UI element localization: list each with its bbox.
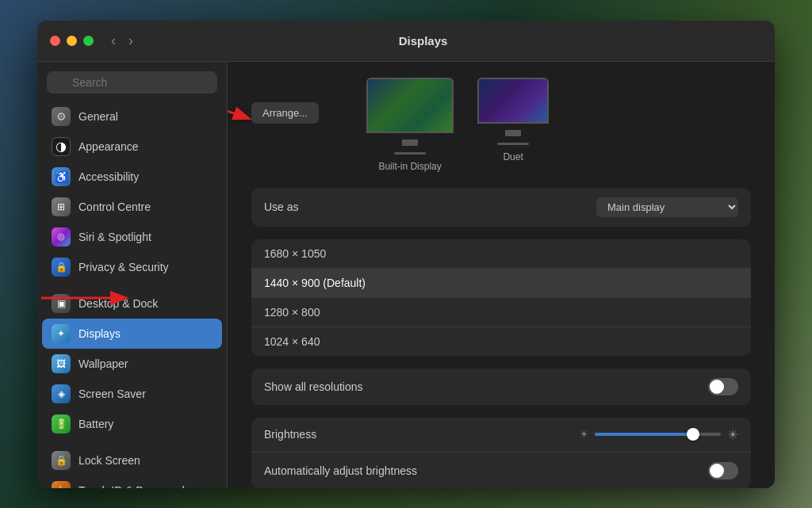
desktop-icon: ▣ (52, 294, 71, 313)
builtin-display: Built-in Display (366, 78, 454, 172)
brightness-label: Brightness (264, 428, 570, 441)
sidebar-label-accessibility: Accessibility (79, 170, 139, 183)
displays-icon: ✦ (52, 324, 71, 343)
brightness-low-icon: ☀ (580, 429, 588, 440)
show-all-label: Show all resolutions (264, 380, 708, 393)
resolution-1680[interactable]: 1680 × 1050 (251, 239, 751, 269)
brightness-high-icon: ☀ (727, 427, 738, 442)
sidebar-item-touchid[interactable]: 👆 Touch ID & Password (42, 476, 222, 488)
screensaver-icon: ◈ (52, 384, 71, 403)
duet-wallpaper (479, 79, 547, 122)
resolution-1280[interactable]: 1280 × 800 (251, 298, 751, 327)
traffic-lights (50, 36, 94, 46)
sidebar-label-screensaver: Screen Saver (79, 388, 146, 400)
search-wrapper: 🔍 (47, 71, 217, 94)
resolution-1024[interactable]: 1024 × 640 (251, 327, 751, 356)
duet-base (497, 143, 529, 145)
use-as-row: Use as Main display Mirror for built-in … (251, 188, 751, 227)
sidebar-item-displays[interactable]: ✦ Displays (42, 319, 222, 349)
sidebar-item-desktop[interactable]: ▣ Desktop & Dock (42, 288, 222, 319)
sidebar-label-wallpaper: Wallpaper (79, 357, 128, 370)
builtin-label: Built-in Display (378, 161, 441, 172)
resolution-list: 1680 × 1050 1440 × 900 (Default) 1280 × … (251, 239, 751, 356)
forward-button[interactable]: › (124, 31, 138, 51)
control-centre-icon: ⊞ (52, 197, 71, 216)
show-all-section: Show all resolutions (251, 369, 751, 405)
sidebar-item-control-centre[interactable]: ⊞ Control Centre (42, 192, 222, 222)
privacy-icon: 🔒 (52, 258, 71, 277)
duet-stand (505, 130, 521, 136)
use-as-label: Use as (264, 201, 596, 213)
lockscreen-icon: 🔒 (52, 451, 71, 470)
duet-display: Duet (477, 78, 549, 172)
maximize-button[interactable] (83, 36, 94, 46)
sidebar: 🔍 ⚙ General ◑ Appearance ♿ Accessibility… (37, 62, 228, 488)
brightness-slider-container: ☀ ☀ (580, 427, 738, 442)
arrange-button[interactable]: Arrange... (251, 102, 319, 124)
content-area: 🔍 ⚙ General ◑ Appearance ♿ Accessibility… (37, 62, 775, 488)
general-icon: ⚙ (52, 107, 71, 126)
system-preferences-window: ‹ › Displays 🔍 ⚙ General ◑ Appearance (37, 21, 775, 488)
resolution-1440[interactable]: 1440 × 900 (Default) (251, 269, 751, 298)
auto-brightness-row: Automatically adjust brightness (251, 453, 751, 488)
nav-buttons: ‹ › (106, 31, 138, 51)
sidebar-label-desktop: Desktop & Dock (79, 297, 158, 310)
show-all-toggle[interactable] (708, 378, 738, 395)
displays-top-area: Arrange... (251, 78, 751, 172)
use-as-section: Use as Main display Mirror for built-in … (251, 188, 751, 227)
sidebar-label-touchid: Touch ID & Password (79, 484, 185, 488)
accessibility-icon: ♿ (52, 167, 71, 186)
builtin-stand (402, 139, 418, 146)
sidebar-label-appearance: Appearance (79, 140, 139, 153)
close-button[interactable] (50, 36, 60, 46)
sidebar-label-control: Control Centre (79, 201, 151, 213)
search-input[interactable] (47, 71, 217, 94)
brightness-slider-knob[interactable] (687, 428, 699, 441)
touchid-icon: 👆 (52, 481, 71, 488)
sidebar-item-battery[interactable]: 🔋 Battery (42, 409, 222, 439)
sidebar-item-lockscreen[interactable]: 🔒 Lock Screen (42, 445, 222, 476)
back-button[interactable]: ‹ (106, 31, 121, 51)
duet-screen (477, 78, 549, 124)
sidebar-item-wallpaper[interactable]: 🖼 Wallpaper (42, 349, 222, 379)
use-as-select[interactable]: Main display Mirror for built-in display (596, 197, 738, 217)
brightness-slider-track[interactable] (595, 433, 721, 436)
sidebar-label-battery: Battery (79, 418, 113, 430)
sidebar-item-siri[interactable]: ◎ Siri & Spotlight (42, 222, 222, 252)
sidebar-label-lockscreen: Lock Screen (79, 454, 140, 467)
brightness-row: Brightness ☀ ☀ (251, 418, 751, 453)
main-content: Arrange... (228, 62, 775, 488)
builtin-screen (366, 78, 454, 133)
auto-brightness-toggle[interactable] (708, 462, 738, 479)
sidebar-item-accessibility[interactable]: ♿ Accessibility (42, 162, 222, 192)
brightness-section: Brightness ☀ ☀ Automatically adjust brig… (251, 418, 751, 488)
red-arrow-arrange (228, 94, 259, 134)
sidebar-item-appearance[interactable]: ◑ Appearance (42, 132, 222, 162)
search-container: 🔍 (37, 71, 227, 101)
sidebar-label-siri: Siri & Spotlight (79, 231, 151, 243)
arrange-area: Arrange... (251, 102, 335, 147)
show-all-toggle-knob (710, 380, 724, 394)
auto-brightness-toggle-knob (710, 464, 724, 478)
builtin-wallpaper (368, 79, 452, 132)
sidebar-label-general: General (79, 110, 118, 123)
battery-icon: 🔋 (52, 414, 71, 434)
appearance-icon: ◑ (52, 137, 71, 156)
auto-brightness-label: Automatically adjust brightness (264, 464, 708, 477)
siri-icon: ◎ (52, 227, 71, 246)
window-title: Displays (147, 34, 699, 48)
wallpaper-icon: 🖼 (52, 354, 71, 373)
sidebar-label-privacy: Privacy & Security (79, 261, 169, 273)
duet-label: Duet (503, 151, 523, 162)
sidebar-item-screensaver[interactable]: ◈ Screen Saver (42, 379, 222, 409)
builtin-base (394, 152, 426, 155)
sidebar-item-general[interactable]: ⚙ General (42, 101, 222, 132)
minimize-button[interactable] (67, 36, 77, 46)
displays-list: Built-in Display Duet (366, 78, 549, 172)
title-bar: ‹ › Displays (37, 21, 775, 62)
brightness-slider-fill (595, 433, 689, 436)
sidebar-item-privacy[interactable]: 🔒 Privacy & Security (42, 252, 222, 282)
show-all-row: Show all resolutions (251, 369, 751, 405)
sidebar-label-displays: Displays (79, 327, 121, 340)
